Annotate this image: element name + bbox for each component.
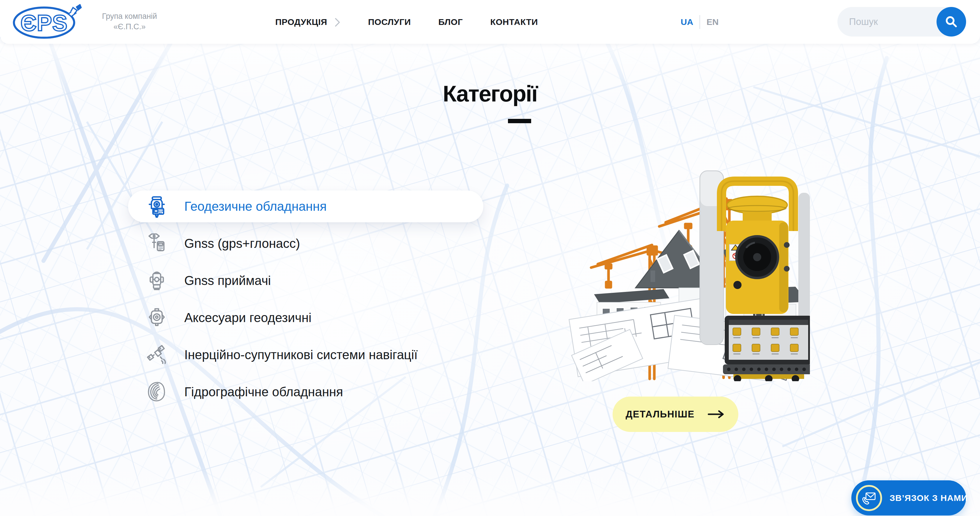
arrow-right-icon xyxy=(707,410,725,418)
category-item-gnss-receivers[interactable]: Gnss приймачі xyxy=(128,262,483,299)
lang-divider xyxy=(700,15,700,29)
total-station-icon xyxy=(145,194,169,218)
header: ЄPS Група компаній «Є.П.С.» ПРОДУКЦІЯ ПО… xyxy=(0,0,980,44)
hydrographic-icon xyxy=(145,380,169,404)
contact-button-label: ЗВ’ЯЗОК З НАМИ xyxy=(889,493,968,503)
details-button[interactable]: ДЕТАЛЬНІШЕ xyxy=(612,397,738,432)
nav-item-blog[interactable]: БЛОГ xyxy=(438,17,463,27)
title-dash xyxy=(508,119,531,123)
search-icon xyxy=(944,15,958,29)
gnss-receiver-icon xyxy=(145,269,169,293)
category-item-geodetic[interactable]: Геодезичне обладнання xyxy=(128,191,483,222)
hero-illustration xyxy=(563,158,810,381)
satellite-icon xyxy=(68,5,81,16)
mail-phone-icon xyxy=(861,490,877,506)
svg-text:ЄPS: ЄPS xyxy=(21,10,68,36)
company-logo[interactable]: ЄPS xyxy=(11,4,84,40)
category-item-hydrographic[interactable]: Гідрографічне обладнання xyxy=(128,373,483,411)
search-bar xyxy=(837,7,966,37)
lang-ua[interactable]: UA xyxy=(681,17,693,27)
company-tagline: Група компаній «Є.П.С.» xyxy=(93,11,166,32)
language-switcher: UA EN xyxy=(681,0,719,44)
chevron-right-icon xyxy=(335,18,340,27)
category-item-accessories[interactable]: Аксесуари геодезичні xyxy=(128,299,483,336)
satellite-navigation-icon xyxy=(145,343,169,367)
category-item-inertial-navigation[interactable]: Інерційно-супутникові системи навігації xyxy=(128,336,483,373)
page: ЄPS Група компаній «Є.П.С.» ПРОДУКЦІЯ ПО… xyxy=(0,0,980,516)
main-nav: ПРОДУКЦІЯ ПОСЛУГИ БЛОГ КОНТАКТИ xyxy=(275,0,538,44)
category-item-gnss[interactable]: Gnss (gps+глонасс) xyxy=(128,225,483,262)
contact-icon-ring xyxy=(856,485,882,511)
lang-en[interactable]: EN xyxy=(706,17,719,27)
page-title: Категорії xyxy=(443,81,537,107)
nav-item-services[interactable]: ПОСЛУГИ xyxy=(368,17,411,27)
category-list: Геодезичне обладнання Gnss (gps+глонасс) xyxy=(128,188,483,411)
nav-item-contacts[interactable]: КОНТАКТИ xyxy=(490,17,538,27)
gnss-antenna-icon xyxy=(145,232,169,255)
search-button[interactable] xyxy=(937,7,966,37)
survey-accessories-icon xyxy=(145,306,169,330)
nav-item-products[interactable]: ПРОДУКЦІЯ xyxy=(275,17,340,27)
contact-us-button[interactable]: ЗВ’ЯЗОК З НАМИ xyxy=(851,480,966,515)
